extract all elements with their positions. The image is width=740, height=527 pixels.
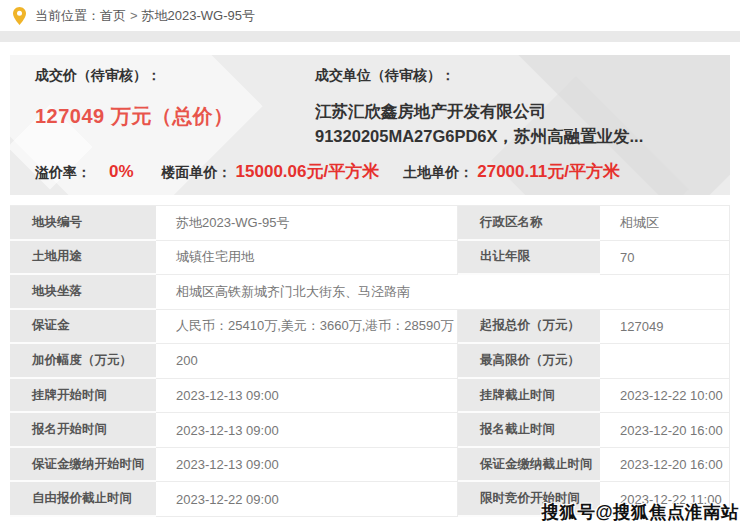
row-label-left: 地块坐落 [10, 275, 156, 310]
row-label-right: 保证金缴纳截止时间 [458, 448, 600, 483]
row-label-right: 最高限价（万元） [458, 344, 600, 379]
row-label-left: 挂牌开始时间 [10, 379, 156, 414]
row-label-left: 保证金 [10, 310, 156, 345]
row-label-right: 行政区名称 [458, 206, 600, 241]
row-value-right: 相城区 [600, 206, 730, 241]
breadcrumb-current: 苏地2023-WG-95号 [142, 7, 255, 25]
header-divider [0, 31, 740, 42]
table-row: 土地用途城镇住宅用地出让年限70 [10, 241, 730, 276]
row-label-left: 报名开始时间 [10, 413, 156, 448]
row-value-left: 城镇住宅用地 [156, 241, 458, 276]
row-value-right: 2023-12-20 16:00 [600, 413, 730, 448]
deal-price-value: 127049 万元（总价） [35, 103, 315, 130]
row-label-left: 土地用途 [10, 241, 156, 276]
info-table: 地块编号苏地2023-WG-95号行政区名称相城区土地用途城镇住宅用地出让年限7… [10, 205, 730, 517]
premium-row: 溢价率： 0% 楼面单价： 15000.06元/平方米 土地单价： 27000.… [35, 160, 620, 183]
row-value-left: 2023-12-13 09:00 [156, 448, 458, 483]
row-value-right: 2023-12-20 16:00 [600, 448, 730, 483]
row-value-right: 70 [600, 241, 730, 276]
row-label-left: 地块编号 [10, 206, 156, 241]
row-value-left: 2023-12-13 09:00 [156, 379, 458, 414]
watermark: 搜狐号@搜狐焦点淮南站 [541, 500, 739, 524]
deal-unit-label: 成交单位（待审核）： [315, 67, 720, 85]
row-value-left: 相城区高铁新城齐门北大街东、马泾路南 [156, 275, 730, 310]
breadcrumb-prefix: 当前位置： [35, 7, 100, 25]
row-value-left: 人民币：25410万,美元：3660万,港币：28590万 [156, 310, 458, 345]
row-label-left: 保证金缴纳开始时间 [10, 448, 156, 483]
row-value-left: 200 [156, 344, 458, 379]
deal-summary-panel: 成交价（待审核）： 127049 万元（总价） 成交单位（待审核）： 江苏汇欣鑫… [10, 55, 730, 195]
row-value-left: 2023-12-22 09:00 [156, 482, 458, 517]
breadcrumb: 当前位置： 首页 > 苏地2023-WG-95号 [0, 0, 740, 31]
row-value-left: 2023-12-13 09:00 [156, 413, 458, 448]
premium-rate-value: 0% [109, 162, 134, 182]
table-row: 报名开始时间2023-12-13 09:00报名截止时间2023-12-20 1… [10, 413, 730, 448]
land-unit-price-value: 27000.11元/平方米 [477, 160, 620, 183]
table-row: 地块坐落相城区高铁新城齐门北大街东、马泾路南 [10, 275, 730, 310]
table-row: 挂牌开始时间2023-12-13 09:00挂牌截止时间2023-12-22 1… [10, 379, 730, 414]
table-row: 地块编号苏地2023-WG-95号行政区名称相城区 [10, 206, 730, 241]
breadcrumb-separator: > [130, 8, 138, 23]
breadcrumb-home-link[interactable]: 首页 [100, 7, 126, 25]
row-value-left: 苏地2023-WG-95号 [156, 206, 458, 241]
table-row: 加价幅度（万元）200最高限价（万元） [10, 344, 730, 379]
row-label-right: 起报总价（万元） [458, 310, 600, 345]
row-label-right: 挂牌截止时间 [458, 379, 600, 414]
location-pin-icon [13, 7, 26, 25]
table-row: 保证金人民币：25410万,美元：3660万,港币：28590万起报总价（万元）… [10, 310, 730, 345]
row-label-right: 出让年限 [458, 241, 600, 276]
row-label-right: 报名截止时间 [458, 413, 600, 448]
land-unit-price-label: 土地单价： [403, 164, 473, 182]
row-value-right: 127049 [600, 310, 730, 345]
premium-rate-label: 溢价率： [35, 164, 91, 182]
table-row: 保证金缴纳开始时间2023-12-13 09:00保证金缴纳截止时间2023-1… [10, 448, 730, 483]
row-value-right: 2023-12-22 10:00 [600, 379, 730, 414]
row-label-left: 加价幅度（万元） [10, 344, 156, 379]
floor-unit-price-value: 15000.06元/平方米 [236, 160, 380, 183]
row-value-right [600, 344, 730, 379]
floor-unit-price-label: 楼面单价： [162, 164, 232, 182]
deal-price-label: 成交价（待审核）： [35, 67, 315, 85]
deal-unit-company-name: 江苏汇欣鑫房地产开发有限公司 [315, 99, 720, 124]
row-label-left: 自由报价截止时间 [10, 482, 156, 517]
deal-unit-company-code: 91320205MA27G6PD6X，苏州高融置业发... [315, 124, 720, 149]
